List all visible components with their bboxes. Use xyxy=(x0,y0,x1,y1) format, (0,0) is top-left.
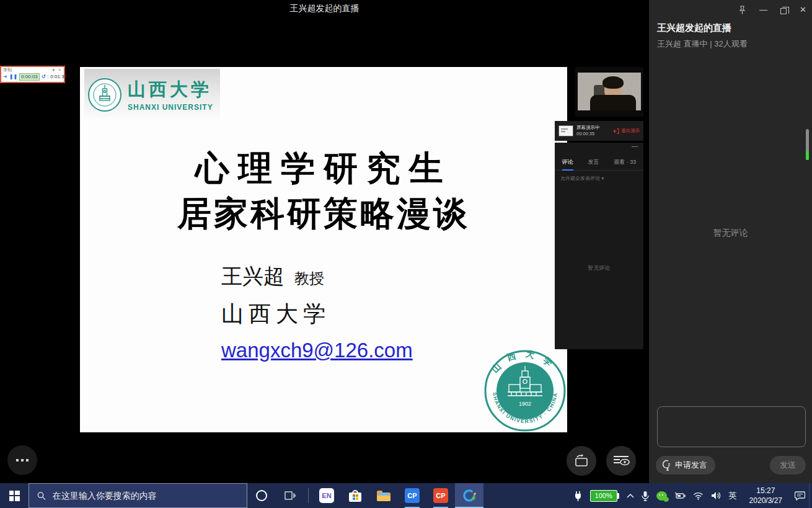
taskbar-separator xyxy=(308,488,309,503)
battery-tip xyxy=(617,493,619,499)
show-desktop-button[interactable] xyxy=(809,483,812,508)
minimize-button[interactable]: — xyxy=(759,4,767,16)
wechat-tray[interactable] xyxy=(653,483,671,508)
stream-title: 王兴超发起的直播 xyxy=(657,22,731,34)
action-center-icon xyxy=(795,491,805,501)
taskbar-app-file-explorer[interactable] xyxy=(369,483,398,508)
request-speak-label: 申请发言 xyxy=(675,460,707,471)
plug-icon xyxy=(573,491,583,501)
rotate-screen-button[interactable] xyxy=(567,446,596,476)
cortana-button[interactable] xyxy=(247,483,276,508)
battery-indicator[interactable]: 100% xyxy=(586,483,623,508)
request-speak-button[interactable]: 申请发言 xyxy=(656,456,715,475)
more-options-button[interactable] xyxy=(7,445,37,475)
volume-tray[interactable] xyxy=(707,483,725,508)
attendee-view-button[interactable] xyxy=(606,446,636,476)
taskbar-app-cp-blue[interactable]: CP xyxy=(398,483,426,508)
search-icon xyxy=(37,491,46,501)
recorder-close-icon[interactable]: × xyxy=(58,68,62,72)
wifi-icon xyxy=(693,492,704,500)
search-input[interactable] xyxy=(53,491,239,501)
windows-taskbar: EN CP CP xyxy=(0,483,812,508)
university-seal-large-icon: 山西大学 SHANXI UNIVERSITY · CHINA 1902 xyxy=(483,349,567,433)
recording-label: 录制 xyxy=(3,67,12,73)
power-plug-tray[interactable] xyxy=(570,483,586,508)
restore-button[interactable] xyxy=(780,8,787,14)
taskbar-app-endnote[interactable]: EN xyxy=(312,483,341,508)
chevron-down-icon: ▾ xyxy=(601,176,604,181)
screen-share-status-panel: 屏幕演示中 00:00:35 退出演示 xyxy=(555,121,643,141)
empty-comments-text: 暂无评论 xyxy=(649,228,812,239)
pin-icon[interactable] xyxy=(738,6,746,15)
recorder-play-icon[interactable]: ➜ xyxy=(3,74,7,79)
taskbar-app-wechat-work-active[interactable] xyxy=(455,483,483,508)
audio-level-indicator xyxy=(806,129,809,160)
cp-red-icon: CP xyxy=(433,488,448,503)
comment-permission-dropdown[interactable]: 允许观众发表评论 ▾ xyxy=(560,175,604,182)
language-label: 英 xyxy=(729,490,737,501)
university-logo-header: 山西大学 SHANXI UNIVERSITY xyxy=(84,69,220,120)
clock-time: 15:27 xyxy=(749,486,782,496)
file-explorer-icon xyxy=(377,491,391,501)
tray-overflow-button[interactable] xyxy=(623,483,638,508)
recorder-pause-icon[interactable]: ❚❚ xyxy=(9,74,17,79)
live-stream-window: 王兴超发起的直播 录制 ▾ × ➜ ❚❚ 0:00:03 ↺ | 0:01:37 xyxy=(0,0,812,508)
presenter-hair xyxy=(602,76,624,89)
presentation-slide: 山西大学 SHANXI UNIVERSITY 心理学研究生 居家科研策略漫谈 王… xyxy=(80,67,567,432)
exit-presentation-icon xyxy=(614,128,619,134)
windows-logo-icon xyxy=(9,491,20,501)
presenter-title: 教授 xyxy=(294,270,324,287)
language-indicator[interactable]: 英 xyxy=(725,483,741,508)
presenter-name: 王兴超 xyxy=(221,264,285,288)
task-view-icon xyxy=(285,491,296,501)
comment-input[interactable] xyxy=(657,406,806,447)
exit-presentation-button[interactable]: 退出演示 xyxy=(614,128,640,134)
attendee-view-icon xyxy=(612,454,630,468)
taskbar-app-cp-red[interactable]: CP xyxy=(426,483,455,508)
recorder-undo-icon[interactable]: ↺ xyxy=(42,74,46,79)
send-button[interactable]: 发送 xyxy=(770,456,806,475)
exit-presentation-label: 退出演示 xyxy=(621,128,640,134)
presenter-affiliation: 山西大学 xyxy=(221,299,413,329)
mini-empty-comments-text: 暂无评论 xyxy=(555,264,643,272)
stream-window-title: 王兴超发起的直播 xyxy=(0,3,649,14)
microphone-tray[interactable] xyxy=(638,483,653,508)
start-button[interactable] xyxy=(0,483,29,508)
recording-toolbar: 录制 ▾ × ➜ ❚❚ 0:00:03 ↺ | 0:01:37 xyxy=(0,66,65,83)
mini-comments-panel: — 评论 发言 观看 · 33 允许观众发表评论 ▾ 暂无评论 xyxy=(555,143,643,349)
power-manager-tray[interactable] xyxy=(671,483,689,508)
clock-tray[interactable]: 15:27 2020/3/27 xyxy=(741,483,791,508)
microsoft-store-icon xyxy=(349,490,361,502)
tab-comments[interactable]: 评论 xyxy=(562,158,573,166)
presenter-email: wangxch9@126.com xyxy=(221,339,413,362)
action-center-button[interactable] xyxy=(791,483,809,508)
taskbar-search-box[interactable] xyxy=(29,483,247,508)
university-seal-icon xyxy=(87,78,122,112)
recorder-collapse-icon[interactable]: ▾ xyxy=(52,68,56,72)
mini-panel-tabs: 评论 发言 观看 · 33 xyxy=(555,158,643,171)
share-elapsed-time: 00:00:35 xyxy=(576,131,600,137)
tab-viewers[interactable]: 观看 · 33 xyxy=(614,158,636,166)
taskbar-app-store[interactable] xyxy=(341,483,369,508)
wechat-icon xyxy=(656,491,667,501)
live-sidebar: — ✕ 王兴超发起的直播 王兴超 直播中 | 32人观看 暂无评论 申请发言 发… xyxy=(649,0,812,483)
more-icon xyxy=(16,459,19,461)
wechat-work-icon xyxy=(462,488,477,503)
chevron-up-icon xyxy=(627,493,634,498)
presenter-video-thumbnail[interactable] xyxy=(575,67,643,117)
presenter-video-frame xyxy=(578,73,641,110)
mini-panel-minimize-icon[interactable]: — xyxy=(632,143,638,149)
rotate-screen-icon xyxy=(573,453,589,468)
speaker-icon xyxy=(711,491,722,500)
window-controls: — ✕ xyxy=(738,4,806,16)
university-name-cn: 山西大学 xyxy=(128,78,213,102)
presenter-info: 王兴超教授 山西大学 wangxch9@126.com xyxy=(221,262,413,362)
speak-request-icon xyxy=(661,459,672,471)
slide-title-line2: 居家科研策略漫谈 xyxy=(80,190,567,236)
microphone-icon xyxy=(642,491,649,501)
seal-year: 1902 xyxy=(519,401,531,407)
wifi-tray[interactable] xyxy=(689,483,707,508)
close-button[interactable]: ✕ xyxy=(800,4,806,16)
tab-speak[interactable]: 发言 xyxy=(588,158,599,166)
task-view-button[interactable] xyxy=(276,483,304,508)
